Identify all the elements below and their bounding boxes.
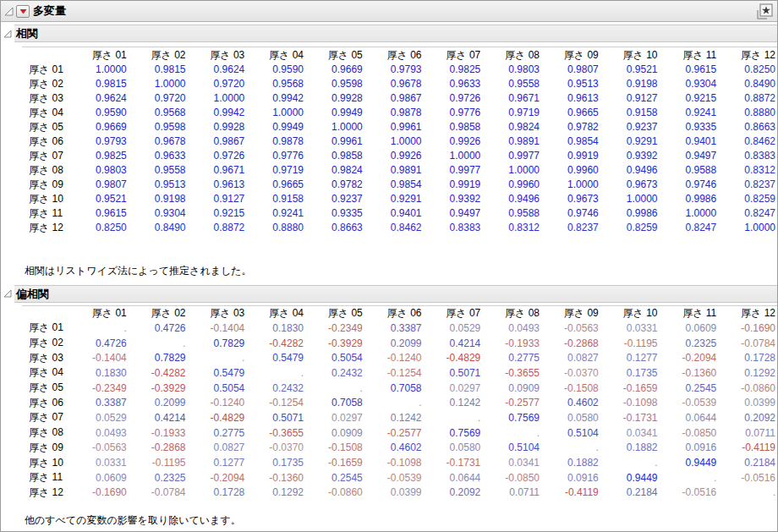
matrix-cell: 0.8250 xyxy=(718,63,777,77)
matrix-cell: 0.9392 xyxy=(600,149,660,163)
matrix-cell: -0.0860 xyxy=(718,381,777,396)
matrix-row-header: 厚さ 12 xyxy=(22,485,69,501)
matrix-cell: 0.5104 xyxy=(541,425,600,441)
matrix-cell: 0.2432 xyxy=(305,365,364,381)
matrix-cell: -0.0563 xyxy=(541,321,600,336)
matrix-cell: 0.8312 xyxy=(718,163,777,178)
matrix-cell: . xyxy=(600,455,660,470)
matrix-cell: -0.0539 xyxy=(364,470,424,485)
matrix-row-header: 厚さ 09 xyxy=(22,178,69,192)
matrix-cell: -0.1933 xyxy=(482,336,541,351)
matrix-cell: -0.2094 xyxy=(187,470,246,485)
matrix-cell: -0.4282 xyxy=(129,365,188,381)
matrix-column-header: 厚さ 01 xyxy=(69,305,129,321)
matrix-column-header: 厚さ 05 xyxy=(305,305,364,321)
matrix-cell: 0.9624 xyxy=(69,91,129,106)
matrix-cell: 0.9669 xyxy=(69,120,129,134)
multivariate-report-window: 多変量 相関 厚さ 01厚さ 02厚さ 03厚さ 04厚さ 05厚さ 06厚さ … xyxy=(0,0,778,532)
red-triangle-icon xyxy=(19,8,28,15)
matrix-row: 厚さ 110.96150.93040.92150.92410.93350.940… xyxy=(22,206,777,221)
matrix-cell: 0.0580 xyxy=(541,410,600,425)
matrix-cell: 1.0000 xyxy=(69,63,129,77)
matrix-cell: . xyxy=(129,336,188,351)
matrix-cell: 0.9496 xyxy=(600,163,660,178)
matrix-cell: 0.4726 xyxy=(129,321,188,336)
matrix-cell: . xyxy=(482,425,541,441)
partial-correlation-section-title[interactable]: 偏相関 xyxy=(14,285,777,303)
matrix-cell: 0.9568 xyxy=(129,106,188,120)
matrix-row-header: 厚さ 10 xyxy=(22,455,69,470)
matrix-cell: 0.9449 xyxy=(659,455,718,470)
matrix-cell: 0.0341 xyxy=(482,455,541,470)
matrix-cell: 0.9598 xyxy=(129,120,188,134)
matrix-cell: 0.9793 xyxy=(69,134,129,149)
matrix-cell: 0.8462 xyxy=(718,134,777,149)
matrix-cell: 1.0000 xyxy=(600,192,660,206)
matrix-cell: 0.0644 xyxy=(659,410,718,425)
matrix-cell: 0.9671 xyxy=(187,163,246,178)
matrix-cell: 0.9335 xyxy=(305,206,364,221)
matrix-column-header: 厚さ 09 xyxy=(541,47,600,63)
matrix-row: 厚さ 020.4726.0.7829-0.4282-0.39290.20990.… xyxy=(22,336,777,351)
matrix-cell: 0.0644 xyxy=(423,470,482,485)
matrix-cell: 0.9449 xyxy=(600,470,660,485)
matrix-cell: -0.1404 xyxy=(187,321,246,336)
matrix-cell: 0.9678 xyxy=(129,134,188,149)
matrix-cell: 0.0609 xyxy=(659,321,718,336)
matrix-column-header: 厚さ 03 xyxy=(187,305,246,321)
matrix-cell: -0.1098 xyxy=(600,395,660,410)
report-titlebar: 多変量 xyxy=(1,1,777,22)
matrix-column-header: 厚さ 07 xyxy=(423,47,482,63)
matrix-cell: 0.0711 xyxy=(482,485,541,501)
disclosure-triangle-icon[interactable] xyxy=(3,29,13,39)
matrix-cell: 0.9673 xyxy=(541,192,600,206)
matrix-cell: 0.8250 xyxy=(69,221,129,235)
matrix-cell: -0.1731 xyxy=(423,455,482,470)
red-triangle-menu-button[interactable] xyxy=(16,5,30,18)
matrix-cell: 0.9558 xyxy=(129,163,188,178)
matrix-cell: 0.0580 xyxy=(423,441,482,456)
correlation-section-title[interactable]: 相関 xyxy=(14,25,777,42)
matrix-cell: 0.1830 xyxy=(69,365,129,381)
matrix-cell: 0.9521 xyxy=(600,63,660,77)
matrix-cell: 0.9825 xyxy=(423,63,482,77)
disclosure-triangle-icon[interactable] xyxy=(3,288,13,299)
matrix-cell: 0.9803 xyxy=(482,63,541,77)
matrix-cell: 0.9401 xyxy=(364,206,424,221)
matrix-row-header: 厚さ 10 xyxy=(22,192,69,206)
matrix-cell: 0.2092 xyxy=(423,485,482,501)
matrix-cell: 0.0909 xyxy=(482,381,541,396)
matrix-row: 厚さ 09-0.0563-0.28680.0827-0.0370-0.15080… xyxy=(22,441,777,456)
matrix-cell: 0.9392 xyxy=(423,192,482,206)
matrix-row: 厚さ 070.05290.4214-0.48290.50710.02970.12… xyxy=(22,410,777,425)
bookmark-icon[interactable] xyxy=(754,3,775,21)
matrix-cell: 0.2545 xyxy=(305,470,364,485)
matrix-cell: 0.9633 xyxy=(423,77,482,91)
matrix-cell: 0.9926 xyxy=(364,149,424,163)
correlation-section-header: 相関 xyxy=(1,25,777,42)
matrix-cell: 0.9671 xyxy=(482,91,541,106)
matrix-row: 厚さ 040.1830-0.42820.5479.0.2432-0.12540.… xyxy=(22,365,777,381)
disclosure-triangle-icon[interactable] xyxy=(3,6,14,17)
matrix-row: 厚さ 01.0.4726-0.14040.1830-0.23490.33870.… xyxy=(22,321,777,336)
matrix-cell: 0.0341 xyxy=(600,425,660,441)
matrix-cell: -0.4282 xyxy=(246,336,305,351)
matrix-cell: . xyxy=(305,381,364,396)
matrix-row: 厚さ 050.96690.95980.99280.99491.00000.996… xyxy=(22,120,777,134)
matrix-cell: 0.1277 xyxy=(600,350,660,365)
matrix-cell: 0.9919 xyxy=(541,149,600,163)
matrix-cell: -0.2094 xyxy=(659,350,718,365)
matrix-cell: 0.9858 xyxy=(423,120,482,134)
matrix-row-header: 厚さ 02 xyxy=(22,77,69,91)
matrix-cell: 1.0000 xyxy=(305,120,364,134)
matrix-cell: 0.9613 xyxy=(187,178,246,192)
matrix-cell: 0.2092 xyxy=(718,410,777,425)
matrix-cell: -0.1404 xyxy=(69,350,129,365)
matrix-cell: -0.3929 xyxy=(129,381,188,396)
matrix-row: 厚さ 05-0.2349-0.39290.50540.2432.0.70580.… xyxy=(22,381,777,396)
matrix-row: 厚さ 110.06090.2325-0.2094-0.13600.2545-0.… xyxy=(22,470,777,485)
matrix-cell: 0.9669 xyxy=(305,63,364,77)
matrix-cell: 0.9673 xyxy=(600,178,660,192)
matrix-cell: 0.0297 xyxy=(305,410,364,425)
matrix-column-header: 厚さ 04 xyxy=(246,47,305,63)
